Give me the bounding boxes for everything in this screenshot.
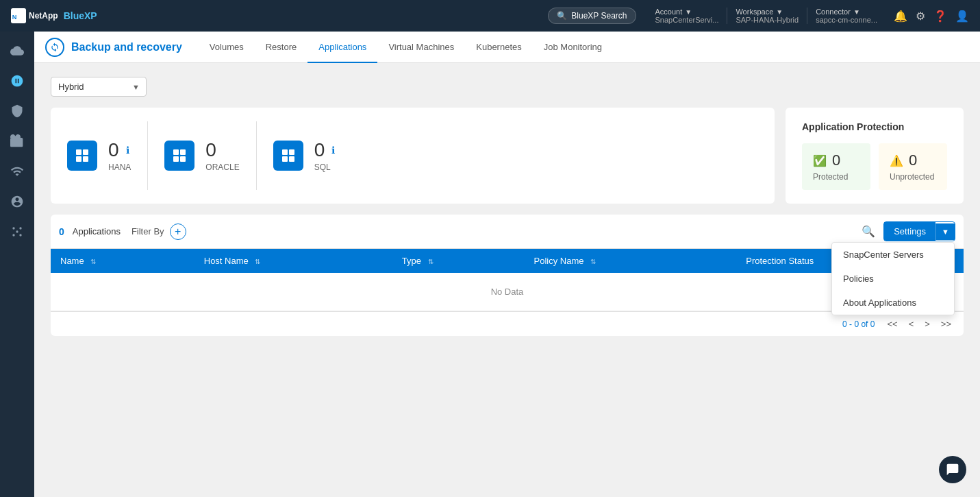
svg-point-6 xyxy=(19,234,21,236)
sidebar-item-integrations[interactable] xyxy=(3,218,31,245)
page-next-button[interactable]: > xyxy=(920,317,934,330)
tab-bar: Volumes Restore Applications Virtual Mac… xyxy=(199,32,613,62)
svg-rect-14 xyxy=(180,156,186,162)
tab-volumes[interactable]: Volumes xyxy=(199,32,255,63)
sort-type-icon: ⇅ xyxy=(428,258,434,265)
menu-item-about-applications[interactable]: About Applications xyxy=(832,291,954,315)
hana-icon-box xyxy=(67,141,97,171)
hana-info-icon[interactable]: ℹ xyxy=(126,145,129,156)
sub-navigation: Backup and recovery Volumes Restore Appl… xyxy=(34,32,980,63)
unprotected-count: 0 xyxy=(909,151,917,169)
hana-count: 0 xyxy=(108,139,119,161)
col-name[interactable]: Name ⇅ xyxy=(51,249,194,273)
workspace-label: Workspace ▼ xyxy=(736,8,783,16)
page-title: Backup and recovery xyxy=(71,41,182,53)
sort-name-icon: ⇅ xyxy=(90,258,96,265)
page-prev-button[interactable]: < xyxy=(905,317,918,330)
svg-rect-13 xyxy=(173,156,179,162)
search-bar[interactable]: 🔍 BlueXP Search xyxy=(548,8,636,24)
col-policy-name[interactable]: Policy Name ⇅ xyxy=(525,249,737,273)
tab-applications[interactable]: Applications xyxy=(307,32,377,63)
apps-label: Applications xyxy=(73,226,121,237)
settings-dropdown-menu: SnapCenter Servers Policies About Applic… xyxy=(831,242,955,315)
help-icon[interactable]: ❓ xyxy=(933,10,947,23)
workspace-selector[interactable]: Workspace ▼ SAP-HANA-Hybrid xyxy=(727,8,807,24)
protected-icon-row: ✅ 0 xyxy=(813,151,840,169)
settings-icon[interactable]: ⚙ xyxy=(916,10,925,23)
table-search-button[interactable]: 🔍 xyxy=(859,222,878,241)
stats-card: 0 ℹ HANA 0 ORACLE xyxy=(51,108,775,204)
no-data-cell: No Data xyxy=(51,273,964,311)
netapp-logo: N NetApp xyxy=(11,8,58,23)
page-last-button[interactable]: >> xyxy=(937,317,955,330)
sidebar-item-cloud[interactable] xyxy=(3,37,31,64)
tab-virtual-machines[interactable]: Virtual Machines xyxy=(377,32,465,63)
svg-rect-7 xyxy=(76,149,81,155)
svg-rect-17 xyxy=(282,156,288,162)
settings-dropdown-button[interactable]: ▼ xyxy=(935,223,955,240)
tab-job-monitoring[interactable]: Job Monitoring xyxy=(533,32,613,63)
sort-policy-icon: ⇅ xyxy=(590,258,596,265)
table-toolbar: 0 Applications Filter By + 🔍 Settings ▼ … xyxy=(51,215,964,249)
tab-kubernetes[interactable]: Kubernetes xyxy=(465,32,533,63)
account-label: Account ▼ xyxy=(655,8,692,16)
sort-hostname-icon: ⇅ xyxy=(255,258,260,265)
account-chevron-icon: ▼ xyxy=(685,8,692,16)
connector-value: sapcc-cm-conne... xyxy=(816,16,877,24)
protected-item: ✅ 0 Protected xyxy=(802,143,870,190)
sql-label: SQL xyxy=(314,162,336,172)
unprotected-label: Unprotected xyxy=(890,172,934,182)
hana-label: HANA xyxy=(108,162,131,172)
protected-label: Protected xyxy=(813,172,848,182)
stats-row: 0 ℹ HANA 0 ORACLE xyxy=(51,108,964,204)
page-first-button[interactable]: << xyxy=(883,317,901,330)
chat-button[interactable] xyxy=(939,456,966,483)
settings-button-group: Settings ▼ SnapCenter Servers Policies A… xyxy=(883,221,955,241)
notifications-icon[interactable]: 🔔 xyxy=(894,10,907,23)
col-host-name[interactable]: Host Name ⇅ xyxy=(194,249,392,273)
add-filter-button[interactable]: + xyxy=(170,223,186,240)
sidebar-item-backup[interactable] xyxy=(3,67,31,95)
sidebar-item-storage[interactable] xyxy=(3,128,31,155)
sql-count: 0 xyxy=(314,139,325,161)
settings-main-button[interactable]: Settings xyxy=(884,222,935,241)
sidebar-item-monitoring[interactable] xyxy=(3,158,31,185)
protection-card: Application Protection ✅ 0 Protected ⚠️ … xyxy=(786,108,964,204)
sidebar-item-settings[interactable] xyxy=(3,188,31,215)
oracle-icon-box xyxy=(164,141,194,171)
applications-table: Name ⇅ Host Name ⇅ Type ⇅ Policy Name ⇅ xyxy=(51,249,964,311)
connector-label: Connector ▼ xyxy=(816,8,860,16)
sidebar-item-protection[interactable] xyxy=(3,97,31,125)
menu-item-snapcenter-servers[interactable]: SnapCenter Servers xyxy=(832,243,954,267)
account-selector[interactable]: Account ▼ SnapCenterServi... xyxy=(647,8,728,24)
left-sidebar xyxy=(0,32,34,497)
warning-triangle-icon: ⚠️ xyxy=(890,154,903,167)
sql-info-icon[interactable]: ℹ xyxy=(331,145,335,156)
environment-dropdown-wrapper: Hybrid OnPrem Cloud ▼ xyxy=(51,77,147,97)
col-type[interactable]: Type ⇅ xyxy=(392,249,525,273)
tab-restore[interactable]: Restore xyxy=(255,32,308,63)
menu-item-policies[interactable]: Policies xyxy=(832,267,954,291)
no-data-row: No Data xyxy=(51,273,964,311)
unprotected-item: ⚠️ 0 Unprotected xyxy=(879,143,947,190)
oracle-stat: 0 ORACLE xyxy=(205,139,239,172)
user-icon[interactable]: 👤 xyxy=(955,10,969,23)
brand-logo[interactable]: N NetApp BlueXP xyxy=(11,8,97,23)
apps-count: 0 xyxy=(59,226,64,237)
account-value: SnapCenterServi... xyxy=(655,16,719,24)
svg-point-5 xyxy=(12,234,14,236)
svg-rect-8 xyxy=(83,149,88,155)
main-content: Hybrid OnPrem Cloud ▼ 0 ℹ xyxy=(34,63,980,497)
connector-selector[interactable]: Connector ▼ sapcc-cm-conne... xyxy=(807,8,885,24)
oracle-label: ORACLE xyxy=(205,162,239,172)
workspace-chevron-icon: ▼ xyxy=(776,8,783,16)
sql-stat: 0 ℹ SQL xyxy=(314,139,336,172)
backup-recovery-icon xyxy=(45,38,64,57)
environment-dropdown[interactable]: Hybrid OnPrem Cloud xyxy=(51,77,147,97)
svg-point-4 xyxy=(19,227,21,229)
check-circle-icon: ✅ xyxy=(813,154,827,167)
nav-icons: 🔔 ⚙ ❓ 👤 xyxy=(885,10,969,23)
svg-rect-18 xyxy=(289,156,294,162)
svg-text:N: N xyxy=(12,14,17,21)
stats-divider-2 xyxy=(256,121,257,190)
